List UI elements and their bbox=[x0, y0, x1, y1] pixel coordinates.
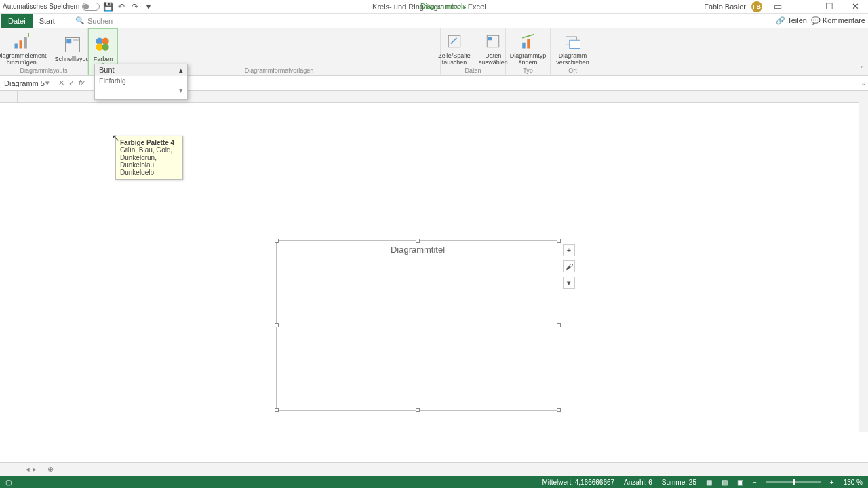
svg-rect-0 bbox=[14, 43, 17, 48]
status-bar: ▢ Mittelwert: 4,166666667 Anzahl: 6 Summ… bbox=[0, 476, 868, 488]
add-chart-element-button[interactable]: + Diagrammelement hinzufügen bbox=[0, 30, 50, 67]
comments-button[interactable]: 💬 Kommentare bbox=[811, 16, 865, 25]
svg-rect-15 bbox=[527, 39, 530, 48]
qat-dropdown-icon[interactable]: ▾ bbox=[143, 1, 154, 12]
save-icon[interactable]: 💾 bbox=[102, 1, 113, 12]
view-pagebreak-icon[interactable]: ▣ bbox=[737, 479, 743, 486]
quick-layout-button[interactable]: Schnelllayout bbox=[52, 34, 94, 64]
chart-styles-button[interactable]: 🖌 bbox=[563, 260, 575, 272]
scroll-up-icon[interactable]: ▴ bbox=[179, 66, 183, 75]
svg-rect-5 bbox=[67, 39, 72, 43]
fx-icon[interactable]: fx bbox=[79, 79, 85, 87]
add-sheet-button[interactable]: ⊕ bbox=[42, 465, 59, 474]
zoom-out-icon[interactable]: − bbox=[753, 479, 757, 486]
zoom-level[interactable]: 130 % bbox=[844, 479, 863, 486]
svg-rect-14 bbox=[522, 42, 525, 48]
avatar[interactable]: FB bbox=[751, 1, 762, 12]
group-label: Ort bbox=[568, 67, 577, 74]
zoom-slider[interactable] bbox=[766, 481, 821, 483]
collapse-ribbon-icon[interactable]: ˄ bbox=[861, 65, 864, 73]
svg-rect-1 bbox=[19, 40, 22, 48]
enter-icon[interactable]: ✓ bbox=[68, 79, 75, 87]
undo-icon[interactable]: ↶ bbox=[116, 1, 127, 12]
redo-icon[interactable]: ↷ bbox=[130, 1, 140, 12]
sheet-prev-icon[interactable]: ◂ bbox=[26, 465, 30, 474]
palette-tooltip: Farbige Palette 4 Grün, Blau, Gold, Dunk… bbox=[115, 136, 183, 180]
zoom-in-icon[interactable]: + bbox=[830, 479, 834, 486]
mouse-cursor: ↖ bbox=[112, 132, 120, 143]
svg-rect-11 bbox=[448, 35, 460, 47]
group-label: Typ bbox=[523, 67, 533, 74]
share-button[interactable]: 🔗 Teilen bbox=[776, 16, 807, 25]
user-name[interactable]: Fabio Basler bbox=[704, 3, 746, 11]
switch-row-col-button[interactable]: Zeile/Spalte tauschen bbox=[435, 30, 473, 67]
group-label: Diagrammlayouts bbox=[20, 67, 67, 74]
status-sum: Summe: 25 bbox=[662, 479, 696, 486]
chart-object[interactable]: Diagrammtitel bbox=[276, 240, 559, 411]
view-normal-icon[interactable]: ▦ bbox=[706, 479, 712, 486]
ribbon-options-icon[interactable]: ▭ bbox=[768, 1, 788, 12]
vertical-scrollbar[interactable] bbox=[859, 91, 868, 432]
group-label: Diagrammformatvorlagen bbox=[245, 67, 314, 74]
minimize-icon[interactable]: — bbox=[793, 1, 814, 12]
expand-formula-icon[interactable]: ⌄ bbox=[859, 79, 868, 87]
search-icon: 🔍 bbox=[75, 16, 85, 25]
record-macro-icon[interactable]: ▢ bbox=[5, 479, 12, 486]
group-label: Daten bbox=[465, 67, 481, 74]
view-layout-icon[interactable]: ▤ bbox=[722, 479, 728, 486]
svg-rect-6 bbox=[73, 39, 79, 41]
chart-filter-button[interactable]: ▾ bbox=[563, 277, 575, 289]
status-count: Anzahl: 6 bbox=[624, 479, 652, 486]
chart-elements-button[interactable]: + bbox=[563, 244, 575, 256]
close-icon[interactable]: ✕ bbox=[845, 1, 865, 12]
pie-chart[interactable] bbox=[277, 255, 560, 390]
name-box[interactable]: Diagramm 5▾ bbox=[0, 79, 54, 87]
toggle-switch[interactable] bbox=[82, 3, 100, 11]
sheet-next-icon[interactable]: ▸ bbox=[33, 465, 37, 474]
svg-rect-13 bbox=[488, 37, 492, 40]
svg-rect-17 bbox=[569, 40, 580, 48]
tab-start[interactable]: Start bbox=[33, 14, 62, 28]
search-box[interactable]: 🔍 Suchen bbox=[75, 16, 113, 25]
maximize-icon[interactable]: ☐ bbox=[819, 1, 840, 12]
title-bar: Automatisches Speichern 💾 ↶ ↷ ▾ Kreis- u… bbox=[0, 0, 868, 14]
cancel-icon[interactable]: ✕ bbox=[58, 79, 64, 87]
contextual-tab-label: Diagrammtools bbox=[420, 3, 466, 10]
move-chart-button[interactable]: Diagramm verschieben bbox=[553, 30, 592, 67]
ribbon-tabs: Datei Start 🔍 Suchen 🔗 Teilen 💬 Kommenta… bbox=[0, 14, 868, 28]
change-chart-type-button[interactable]: Diagrammtyp ändern bbox=[507, 30, 549, 67]
chart-title[interactable]: Diagrammtitel bbox=[277, 241, 559, 255]
svg-point-10 bbox=[102, 43, 109, 51]
color-palette-dropdown[interactable]: Bunt▴ Einfarbig ▾ bbox=[94, 64, 188, 100]
sheet-tab-bar: ◂ ▸ ⊕ bbox=[0, 462, 868, 476]
svg-text:+: + bbox=[26, 32, 31, 40]
autosave-toggle[interactable]: Automatisches Speichern bbox=[3, 3, 100, 11]
scroll-down-icon[interactable]: ▾ bbox=[95, 86, 187, 95]
status-average: Mittelwert: 4,166666667 bbox=[542, 479, 614, 486]
select-all-corner[interactable] bbox=[0, 91, 18, 102]
tab-file[interactable]: Datei bbox=[1, 14, 33, 28]
